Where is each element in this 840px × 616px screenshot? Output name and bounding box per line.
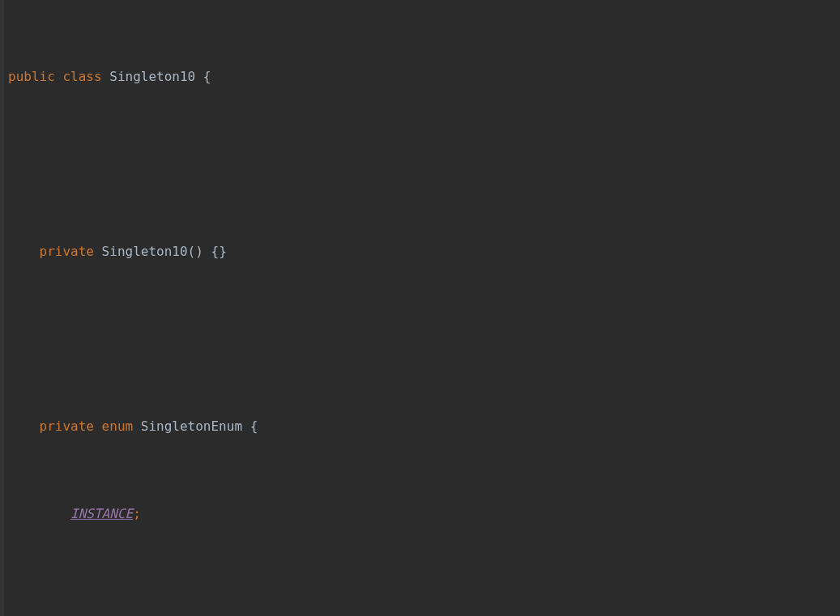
code-content: public class Singleton10 { private Singl… <box>0 0 840 616</box>
semicolon: ; <box>133 506 141 521</box>
code-line: public class Singleton10 { <box>8 66 840 87</box>
enum-constant: INSTANCE <box>70 506 133 521</box>
code-line <box>8 328 840 350</box>
code-line: private Singleton10() {} <box>8 240 840 262</box>
code-line <box>8 153 840 175</box>
keyword: private <box>40 244 94 259</box>
keyword: enum <box>102 418 134 434</box>
brace: { <box>203 69 211 84</box>
class-name: Singleton10 <box>109 69 195 84</box>
brace: { <box>211 244 220 259</box>
brace: } <box>219 244 227 259</box>
code-line: private enum SingletonEnum { <box>8 415 840 437</box>
class-name: Singleton10 <box>102 244 188 259</box>
brace: { <box>250 418 258 434</box>
class-name: SingletonEnum <box>141 418 242 434</box>
paren: ) <box>195 244 203 259</box>
code-line: INSTANCE; <box>8 503 840 525</box>
paren: ( <box>188 244 196 259</box>
code-line <box>8 590 840 612</box>
keyword: private <box>40 418 94 434</box>
keyword: class <box>62 69 101 84</box>
keyword: public <box>8 69 55 84</box>
code-editor[interactable]: public class Singleton10 { private Singl… <box>0 0 840 616</box>
